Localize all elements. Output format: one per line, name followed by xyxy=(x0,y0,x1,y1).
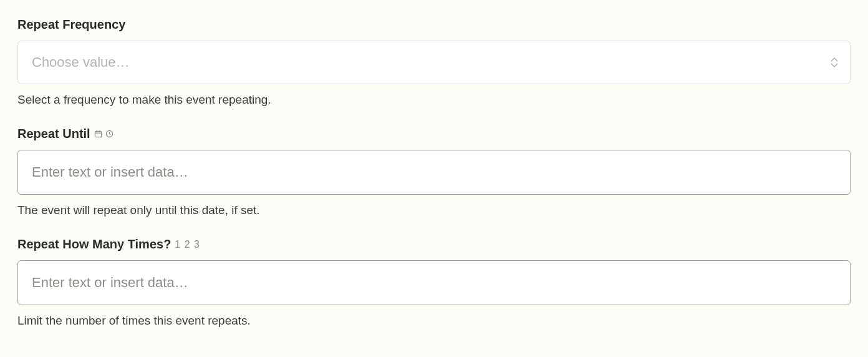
select-chevrons-icon xyxy=(831,57,838,67)
repeat-times-group: Repeat How Many Times? 1 2 3 Limit the n… xyxy=(17,237,851,328)
repeat-times-help: Limit the number of times this event rep… xyxy=(17,314,851,328)
repeat-times-label: Repeat How Many Times? 1 2 3 xyxy=(17,237,851,252)
repeat-times-label-text: Repeat How Many Times? xyxy=(17,237,171,252)
repeat-until-label: Repeat Until xyxy=(17,127,851,141)
calendar-icon xyxy=(94,130,103,139)
repeat-frequency-select[interactable]: Choose value… xyxy=(17,41,851,84)
repeat-frequency-placeholder: Choose value… xyxy=(32,54,130,71)
repeat-times-input[interactable] xyxy=(17,260,851,305)
repeat-frequency-label-text: Repeat Frequency xyxy=(17,17,125,32)
repeat-frequency-group: Repeat Frequency Choose value… Select a … xyxy=(17,17,851,107)
repeat-frequency-select-wrapper: Choose value… xyxy=(17,41,851,84)
clock-icon xyxy=(105,130,114,139)
svg-rect-0 xyxy=(95,131,102,137)
repeat-until-label-text: Repeat Until xyxy=(17,127,90,141)
repeat-until-icons xyxy=(94,130,114,139)
repeat-until-group: Repeat Until The event will repeat only … xyxy=(17,127,851,217)
repeat-frequency-label: Repeat Frequency xyxy=(17,17,851,32)
repeat-frequency-help: Select a frequency to make this event re… xyxy=(17,93,851,107)
repeat-until-help: The event will repeat only until this da… xyxy=(17,203,851,217)
repeat-until-input[interactable] xyxy=(17,150,851,195)
repeat-times-hint: 1 2 3 xyxy=(175,239,200,250)
